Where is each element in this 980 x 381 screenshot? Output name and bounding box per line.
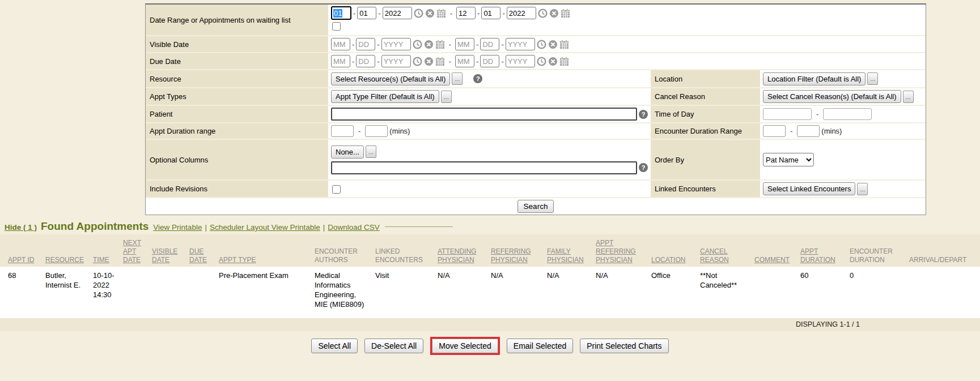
date-range-end-day-input[interactable] <box>481 7 500 19</box>
due-date-field: - - - - - <box>328 53 926 69</box>
time-of-day-end-input[interactable] <box>823 108 872 120</box>
due-date-start-day-input[interactable] <box>356 55 375 67</box>
form-row-date-range: Date Range or Appointments on waiting li… <box>146 5 926 35</box>
dash-separator: - <box>477 9 480 18</box>
resource-select-button[interactable]: Select Resource(s) (Default is All) <box>331 72 450 85</box>
col-header-appt-id[interactable]: APPT ID <box>8 256 34 264</box>
clear-icon[interactable] <box>549 8 559 18</box>
appointment-row[interactable]: 68 Butler, Internist E. 10-10-2022 14:30… <box>0 267 980 309</box>
clear-icon[interactable] <box>548 57 558 66</box>
appt-duration-max-input[interactable] <box>365 125 388 137</box>
clock-icon[interactable] <box>538 8 548 18</box>
clear-icon[interactable] <box>424 40 434 49</box>
include-revisions-checkbox[interactable] <box>332 185 341 194</box>
order-by-select[interactable]: Pat Name <box>763 153 814 166</box>
resource-more-button[interactable]: ... <box>452 72 463 85</box>
visible-date-start-day-input[interactable] <box>356 38 375 50</box>
col-header-appt-duration[interactable]: APPT DURATION <box>800 247 835 264</box>
col-header-appt-type[interactable]: APPT TYPE <box>219 256 256 264</box>
date-range-end-month-input[interactable] <box>456 7 476 19</box>
appt-type-filter-button[interactable]: Appt Type Filter (Default is All) <box>331 90 439 103</box>
col-header-attending-physician[interactable]: ATTENDING PHYSICIAN <box>438 247 476 264</box>
clear-icon[interactable] <box>424 57 434 66</box>
time-of-day-start-input[interactable] <box>763 108 812 120</box>
visible-date-start-month-input[interactable] <box>331 38 350 50</box>
col-header-linked-encounters: LINKED ENCOUNTERS <box>375 247 423 264</box>
calendar-icon[interactable] <box>559 40 569 49</box>
due-date-start-month-input[interactable] <box>331 55 350 67</box>
clock-icon[interactable] <box>414 8 423 18</box>
waiting-list-checkbox[interactable] <box>332 22 341 31</box>
calendar-icon[interactable] <box>435 40 445 49</box>
email-selected-button[interactable]: Email Selected <box>507 339 573 353</box>
download-csv-link[interactable]: Download CSV <box>328 223 380 232</box>
help-icon[interactable]: ? <box>473 74 482 83</box>
location-more-button[interactable]: ... <box>867 72 878 85</box>
appt-type-more-button[interactable]: ... <box>441 91 452 103</box>
col-header-location[interactable]: LOCATION <box>651 256 685 264</box>
print-selected-charts-button[interactable]: Print Selected Charts <box>580 339 668 353</box>
col-header-resource[interactable]: RESOURCE <box>45 256 84 264</box>
optional-columns-more-button[interactable]: ... <box>366 145 376 158</box>
search-button[interactable]: Search <box>517 200 554 213</box>
optional-columns-input[interactable] <box>331 161 637 174</box>
date-range-end-year-input[interactable] <box>507 7 536 19</box>
clock-icon[interactable] <box>413 57 422 66</box>
cell-family-physician: N/A <box>547 267 596 309</box>
calendar-icon[interactable] <box>559 57 569 66</box>
cell-visible-date <box>152 267 189 309</box>
col-header-due-date[interactable]: DUE DATE <box>189 247 207 264</box>
visible-date-end-day-input[interactable] <box>480 38 499 50</box>
cancel-reason-select-button[interactable]: Select Cancel Reason(s) (Default is All) <box>763 90 901 103</box>
dash-separator: - <box>502 9 504 18</box>
view-printable-link[interactable]: View Printable <box>153 223 202 232</box>
due-date-end-month-input[interactable] <box>455 55 474 67</box>
hide-results-link[interactable]: Hide ( 1 ) <box>5 223 37 232</box>
form-row-revisions-linked: Include Revisions Linked Encounters Sele… <box>146 179 926 197</box>
select-all-button[interactable]: Select All <box>311 339 358 353</box>
pipe-separator: | <box>205 223 207 232</box>
col-header-cancel-reason[interactable]: CANCEL REASON <box>700 247 729 264</box>
location-filter-button[interactable]: Location Filter (Default is All) <box>763 72 866 85</box>
help-icon[interactable]: ? <box>639 163 648 172</box>
linked-encounters-select-button[interactable]: Select Linked Encounters <box>763 182 855 195</box>
clock-icon[interactable] <box>537 40 546 49</box>
col-header-visible-date[interactable]: VISIBLE DATE <box>152 247 177 264</box>
clock-icon[interactable] <box>413 40 422 49</box>
appt-duration-label: Appt Duration range <box>146 123 328 139</box>
col-header-comment[interactable]: COMMENT <box>754 256 790 264</box>
appt-duration-min-input[interactable] <box>331 125 354 137</box>
scheduler-layout-view-printable-link[interactable]: Scheduler Layout View Printable <box>210 223 320 232</box>
move-selected-button[interactable]: Move Selected <box>432 339 498 353</box>
visible-date-end-year-input[interactable] <box>506 38 535 50</box>
due-date-end-day-input[interactable] <box>480 55 499 67</box>
linked-encounters-more-button[interactable]: ... <box>857 183 868 195</box>
col-header-time[interactable]: TIME <box>93 256 109 264</box>
patient-input[interactable] <box>331 108 637 121</box>
help-icon[interactable]: ? <box>639 110 648 119</box>
col-header-appt-referring-physician[interactable]: APPT REFERRING PHYSICIAN <box>596 239 636 264</box>
clear-icon[interactable] <box>548 40 558 49</box>
visible-date-start-year-input[interactable] <box>381 38 411 50</box>
calendar-icon[interactable] <box>435 57 445 66</box>
cancel-reason-more-button[interactable]: ... <box>903 91 914 103</box>
deselect-all-button[interactable]: De-Select All <box>364 339 423 353</box>
date-range-start-month-input[interactable]: 01 <box>331 6 351 20</box>
date-range-start-day-input[interactable] <box>357 7 376 19</box>
col-header-next-apt-date[interactable]: NEXT APT DATE <box>123 239 141 264</box>
col-header-family-physician[interactable]: FAMILY PHYSICIAN <box>547 247 584 264</box>
include-revisions-field <box>328 181 651 197</box>
calendar-icon[interactable] <box>436 8 446 18</box>
date-range-start-year-input[interactable] <box>383 7 412 19</box>
encounter-duration-min-input[interactable] <box>763 125 786 137</box>
due-date-end-year-input[interactable] <box>506 55 535 67</box>
visible-date-end-month-input[interactable] <box>455 38 474 50</box>
encounter-duration-max-input[interactable] <box>797 125 820 137</box>
clock-icon[interactable] <box>537 57 546 66</box>
due-date-start-year-input[interactable] <box>381 55 411 67</box>
col-header-referring-physician[interactable]: REFERRING PHYSICIAN <box>491 247 531 264</box>
calendar-icon[interactable] <box>561 8 570 18</box>
clear-icon[interactable] <box>425 8 435 18</box>
optional-columns-input-line: ? <box>331 161 648 174</box>
optional-columns-none-button[interactable]: None... <box>331 145 364 159</box>
